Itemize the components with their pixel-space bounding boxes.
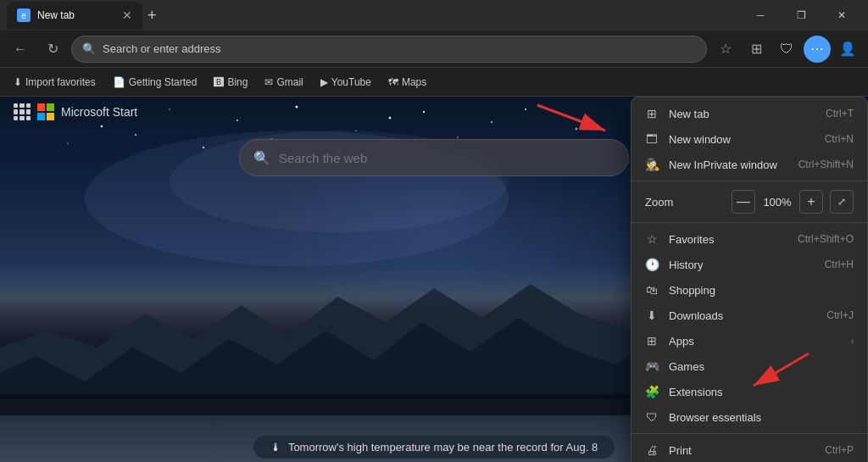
apps-grid-icon[interactable] [14, 103, 31, 120]
svg-point-14 [457, 136, 459, 138]
menu-apps-label: Apps [669, 335, 841, 348]
menu-inprivate-shortcut: Ctrl+Shift+N [798, 159, 854, 170]
menu-history-shortcut: Ctrl+H [825, 259, 854, 270]
menu-history-label: History [669, 259, 815, 271]
youtube-label: YouTube [331, 76, 371, 88]
search-icon: 🔍 [82, 42, 96, 55]
menu-divider-2 [632, 222, 867, 223]
minimize-button[interactable]: ─ [741, 2, 780, 29]
svg-point-9 [135, 134, 136, 136]
zoom-expand-button[interactable]: ⤢ [830, 190, 854, 214]
menu-print-shortcut: Ctrl+P [825, 444, 854, 456]
gmail-label: Gmail [276, 76, 303, 88]
inprivate-icon: 🕵 [645, 158, 659, 171]
title-bar: e New tab ✕ + ─ ❐ ✕ [0, 0, 868, 31]
games-icon: 🎮 [645, 359, 659, 373]
menu-browser-essentials-label: Browser essentials [669, 411, 854, 424]
tab-label: New tab [37, 9, 75, 21]
window-controls: ─ ❐ ✕ [741, 2, 861, 29]
menu-favorites[interactable]: ☆ Favorites Ctrl+Shift+O [632, 226, 867, 252]
getting-started-item[interactable]: 📄 Getting Started [106, 73, 204, 92]
svg-point-7 [491, 121, 492, 123]
bing-icon: 🅱 [214, 76, 224, 88]
gmail-item[interactable]: ✉ Gmail [258, 73, 309, 92]
menu-new-tab-label: New tab [669, 108, 815, 120]
zoom-value: 100% [762, 196, 793, 209]
browser-essentials-icon[interactable]: 🛡 [773, 36, 800, 63]
menu-new-tab[interactable]: ⊞ New tab Ctrl+T [632, 101, 867, 126]
print-icon: 🖨 [645, 443, 659, 457]
active-tab[interactable]: e New tab ✕ [7, 2, 142, 29]
menu-apps[interactable]: ⊞ Apps › [632, 328, 867, 353]
address-input[interactable] [103, 42, 696, 55]
back-button[interactable]: ← [7, 36, 34, 63]
import-favorites-item[interactable]: ⬇ Import favorites [7, 73, 103, 92]
menu-print-label: Print [669, 444, 815, 457]
favorites-icon[interactable]: ☆ [712, 36, 739, 63]
zoom-label: Zoom [645, 196, 725, 209]
tab-close-button[interactable]: ✕ [122, 8, 132, 22]
zoom-minus-button[interactable]: — [732, 190, 755, 214]
tab-favicon: e [17, 8, 31, 22]
youtube-icon: ▶ [320, 76, 328, 88]
search-web-icon: 🔍 [253, 150, 270, 166]
menu-downloads-shortcut: Ctrl+J [826, 309, 854, 321]
bing-item[interactable]: 🅱 Bing [207, 73, 254, 92]
address-bar[interactable]: 🔍 [71, 36, 707, 63]
new-tab-button[interactable]: + [142, 7, 162, 25]
collections-icon[interactable]: ⊞ [743, 36, 770, 63]
zoom-plus-button[interactable]: + [799, 190, 823, 214]
thermometer-icon: 🌡 [270, 441, 281, 454]
maps-item[interactable]: 🗺 Maps [381, 73, 433, 92]
maximize-button[interactable]: ❐ [782, 2, 821, 29]
favorites-menu-icon: ☆ [645, 232, 659, 246]
tab-strip: e New tab ✕ + [7, 0, 734, 31]
import-icon: ⬇ [14, 76, 22, 88]
menu-downloads[interactable]: ⬇ Downloads Ctrl+J [632, 303, 867, 328]
maps-label: Maps [402, 76, 426, 88]
svg-point-1 [101, 125, 103, 127]
new-window-icon: 🗔 [645, 132, 659, 146]
youtube-item[interactable]: ▶ YouTube [314, 73, 378, 92]
menu-divider-1 [632, 181, 867, 181]
menu-games-label: Games [669, 360, 854, 373]
web-search-input[interactable] [279, 151, 615, 165]
refresh-button[interactable]: ↻ [39, 36, 66, 63]
import-favorites-label: Import favorites [25, 76, 96, 88]
svg-point-16 [576, 128, 577, 130]
apps-arrow-icon: › [851, 337, 854, 346]
menu-browser-essentials[interactable]: 🛡 Browser essentials [632, 404, 867, 430]
favorites-bar: ⬇ Import favorites 📄 Getting Started 🅱 B… [0, 68, 868, 97]
menu-inprivate[interactable]: 🕵 New InPrivate window Ctrl+Shift+N [632, 152, 867, 177]
more-menu-button[interactable]: ⋯ [804, 36, 831, 63]
svg-rect-24 [47, 103, 54, 111]
menu-print[interactable]: 🖨 Print Ctrl+P [632, 437, 867, 462]
menu-history[interactable]: 🕐 History Ctrl+H [632, 252, 867, 277]
svg-point-8 [67, 142, 69, 144]
menu-extensions-label: Extensions [669, 386, 854, 398]
getting-started-icon: 📄 [113, 76, 125, 88]
menu-games[interactable]: 🎮 Games [632, 353, 867, 379]
web-search-bar[interactable]: 🔍 [239, 139, 629, 176]
menu-new-window-label: New window [669, 133, 815, 146]
profile-button[interactable]: 👤 [834, 36, 861, 63]
browser-essentials-menu-icon: 🛡 [645, 410, 659, 424]
close-button[interactable]: ✕ [822, 2, 861, 29]
toolbar: ← ↻ 🔍 ☆ ⊞ 🛡 ⋯ 👤 [0, 31, 868, 68]
menu-downloads-label: Downloads [669, 309, 816, 322]
gmail-icon: ✉ [264, 76, 273, 88]
menu-extensions[interactable]: 🧩 Extensions [632, 379, 867, 404]
ms-start-label: Microsoft Start [61, 105, 137, 119]
extensions-icon: 🧩 [645, 385, 659, 398]
svg-rect-25 [37, 113, 45, 120]
svg-rect-26 [47, 113, 54, 120]
menu-favorites-label: Favorites [669, 233, 787, 246]
menu-shopping-label: Shopping [669, 284, 854, 297]
menu-divider-3 [632, 433, 867, 434]
bing-label: Bing [227, 76, 248, 88]
toolbar-actions: ☆ ⊞ 🛡 ⋯ 👤 [712, 36, 861, 63]
svg-rect-23 [37, 103, 45, 111]
menu-shopping[interactable]: 🛍 Shopping [632, 277, 867, 303]
weather-bar[interactable]: 🌡 Tomorrow's high temperature may be nea… [253, 436, 615, 459]
menu-new-window[interactable]: 🗔 New window Ctrl+N [632, 126, 867, 152]
